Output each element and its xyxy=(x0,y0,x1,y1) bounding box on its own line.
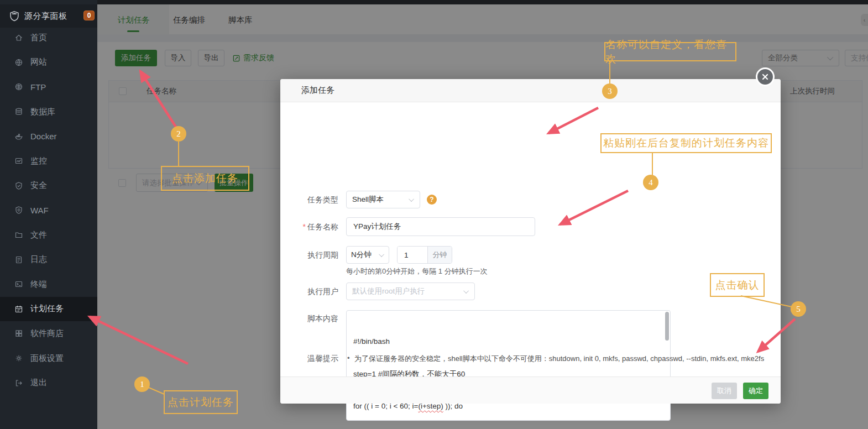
sidebar-item-label: 网站 xyxy=(30,57,47,67)
sidebar-item-settings[interactable]: 面板设置 xyxy=(0,346,97,371)
sidebar-item-label: FTP xyxy=(30,82,46,92)
security-shield-icon xyxy=(14,181,23,190)
cycle-type-select[interactable]: N分钟 xyxy=(346,246,389,264)
folder-icon xyxy=(14,231,23,239)
logout-icon xyxy=(14,379,23,388)
script-content-textarea[interactable]: #!/bin/bash step=1 #间隔的秒数，不能大于60 for (( … xyxy=(346,310,671,421)
required-asterisk: * xyxy=(303,222,306,231)
sidebar: 源分享面板 0 首页 网站 FTP 数据库 Docker 监控 安全 xyxy=(0,0,97,429)
monitor-icon xyxy=(14,156,23,165)
docker-icon xyxy=(14,132,23,141)
task-type-select[interactable]: Shell脚本 xyxy=(346,191,420,208)
sidebar-item-label: 终端 xyxy=(30,279,47,290)
waf-shield-icon xyxy=(14,206,23,214)
sidebar-item-logs[interactable]: 日志 xyxy=(0,247,97,272)
terminal-icon xyxy=(14,280,23,289)
sidebar-item-appstore[interactable]: 软件商店 xyxy=(0,321,97,346)
modal-title: 添加任务 xyxy=(280,79,781,102)
panel-title: 源分享面板 xyxy=(24,11,67,22)
textarea-scrollbar xyxy=(665,312,669,420)
run-user-label: 执行用户 xyxy=(280,287,338,297)
sidebar-item-label: WAF xyxy=(30,206,49,215)
sidebar-item-label: 计划任务 xyxy=(30,304,64,314)
tip-label: 温馨提示 xyxy=(280,354,338,364)
cycle-unit-suffix: 分钟 xyxy=(427,247,452,263)
sidebar-item-security[interactable]: 安全 xyxy=(0,174,97,198)
gear-icon xyxy=(14,354,23,363)
brand-header: 源分享面板 0 xyxy=(0,4,97,28)
sidebar-item-waf[interactable]: WAF xyxy=(0,198,97,223)
scrollbar-thumb[interactable] xyxy=(665,312,669,341)
chevron-down-icon xyxy=(409,196,414,202)
tip-bullet: • xyxy=(347,354,350,362)
sidebar-item-label: 软件商店 xyxy=(30,328,64,339)
chevron-down-icon xyxy=(463,288,469,294)
modal-footer: 取消 确定 xyxy=(280,376,781,404)
sidebar-item-cron[interactable]: 计划任务 xyxy=(0,297,97,322)
calendar-icon xyxy=(14,305,23,313)
close-icon[interactable] xyxy=(756,67,775,86)
cycle-value-input[interactable]: 1 xyxy=(398,247,427,263)
sidebar-item-label: 安全 xyxy=(30,180,47,191)
cycle-value-group: 1 分钟 xyxy=(397,246,452,264)
sidebar-item-logout[interactable]: 退出 xyxy=(0,370,97,395)
sidebar-item-label: 退出 xyxy=(30,378,47,388)
panel-logo-icon xyxy=(9,11,20,22)
home-icon xyxy=(14,33,23,42)
sidebar-item-files[interactable]: 文件 xyxy=(0,223,97,248)
sidebar-item-terminal[interactable]: 终端 xyxy=(0,272,97,297)
sidebar-item-label: 日志 xyxy=(30,254,47,265)
add-task-modal: 添加任务 任务类型 Shell脚本 ? *任务名称 YPay计划任务 执行周期 … xyxy=(280,79,781,404)
website-icon xyxy=(14,58,23,67)
sidebar-item-label: 首页 xyxy=(30,33,47,43)
sidebar-menu: 首页 网站 FTP 数据库 Docker 监控 安全 WAF xyxy=(0,25,97,395)
tip-text: 为了保证服务器的安全稳定，shell脚本中以下命令不可使用：shutdown, … xyxy=(354,354,769,364)
cycle-hint-text: 每小时的第0分钟开始，每隔 1 分钟执行一次 xyxy=(346,266,488,276)
sidebar-item-home[interactable]: 首页 xyxy=(0,25,97,50)
sidebar-item-ftp[interactable]: FTP xyxy=(0,75,97,100)
grid-icon xyxy=(14,329,23,338)
help-icon[interactable]: ? xyxy=(427,195,437,205)
task-type-label: 任务类型 xyxy=(280,195,338,205)
database-icon xyxy=(14,107,23,116)
sidebar-item-website[interactable]: 网站 xyxy=(0,50,97,75)
cycle-label: 执行周期 xyxy=(280,250,338,260)
sidebar-item-database[interactable]: 数据库 xyxy=(0,100,97,124)
sidebar-item-label: 面板设置 xyxy=(30,353,64,364)
sidebar-item-label: Docker xyxy=(30,132,57,141)
log-file-icon xyxy=(14,255,23,264)
sidebar-item-docker[interactable]: Docker xyxy=(0,124,97,149)
run-user-select[interactable]: 默认使用root用户执行 xyxy=(346,282,475,300)
sidebar-item-label: 文件 xyxy=(30,230,47,240)
task-name-input[interactable]: YPay计划任务 xyxy=(346,217,535,236)
sidebar-item-monitor[interactable]: 监控 xyxy=(0,149,97,174)
notification-badge[interactable]: 0 xyxy=(83,11,95,20)
sidebar-item-label: 数据库 xyxy=(30,107,55,117)
task-name-label: *任务名称 xyxy=(280,222,338,232)
script-content-label: 脚本内容 xyxy=(280,314,338,324)
cancel-button[interactable]: 取消 xyxy=(712,383,737,399)
sidebar-item-label: 监控 xyxy=(30,156,47,166)
ftp-icon xyxy=(14,82,23,91)
confirm-button[interactable]: 确定 xyxy=(743,383,768,399)
chevron-down-icon xyxy=(379,252,384,257)
